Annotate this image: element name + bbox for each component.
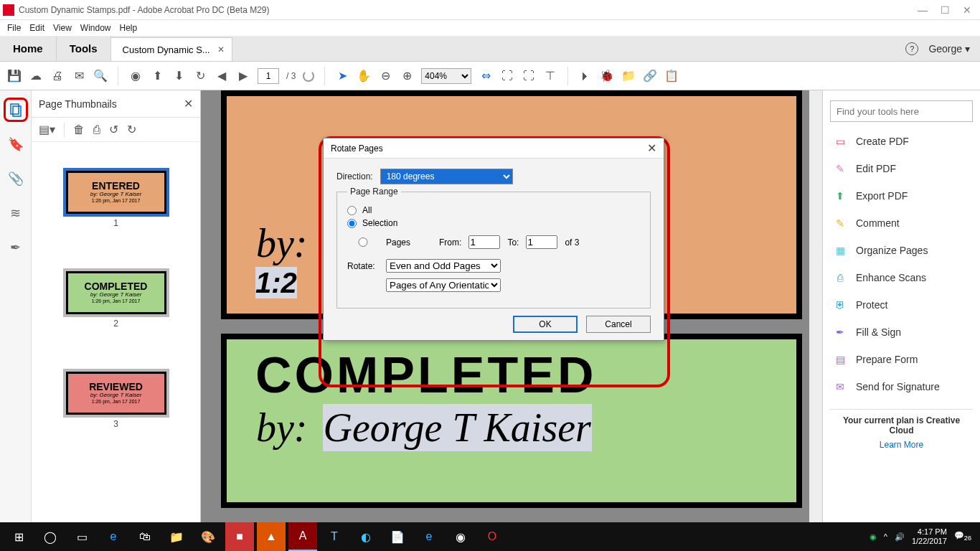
taskview-icon[interactable]: ▭ [67, 522, 96, 551]
tool-item[interactable]: ⛨Protect [830, 291, 973, 319]
rotate-orientation-select[interactable]: Pages of Any Orientation [386, 278, 501, 292]
page-nav-icon[interactable]: ◉ [128, 69, 143, 83]
clipboard-icon[interactable]: 📋 [664, 69, 679, 83]
tool-item[interactable]: ▭Create PDF [830, 128, 973, 155]
titlebar: Custom Dynamic Stamps.pdf - Adobe Acroba… [0, 0, 980, 20]
edge-icon[interactable]: e [99, 522, 128, 551]
thumb-insert-icon[interactable]: ⎙ [93, 123, 100, 136]
minimize-button[interactable]: — [918, 4, 928, 16]
menu-help[interactable]: Help [120, 23, 138, 33]
tool-item[interactable]: ✎Comment [830, 209, 973, 237]
page-down-icon[interactable]: ⬇ [171, 69, 186, 83]
user-menu[interactable]: George ▾ [928, 43, 970, 55]
app1-icon[interactable]: ■ [225, 522, 254, 551]
thumbnails-close-icon[interactable]: ✕ [184, 97, 193, 110]
thumb-delete-icon[interactable]: 🗑 [73, 123, 85, 136]
tool-item[interactable]: ✎Edit PDF [830, 155, 973, 182]
save-icon[interactable]: 💾 [7, 69, 22, 83]
menu-edit[interactable]: Edit [29, 23, 44, 33]
radio-all[interactable] [347, 206, 357, 215]
tab-home[interactable]: Home [0, 36, 57, 61]
mail-icon[interactable]: ✉ [72, 69, 86, 83]
cloud-icon[interactable]: ☁ [29, 69, 43, 83]
nav-back-icon[interactable]: ◀ [215, 69, 229, 83]
cortana-icon[interactable]: ◯ [36, 522, 65, 551]
tray-volume-icon[interactable]: 🔊 [895, 532, 905, 542]
tab-document[interactable]: Custom Dynamic S... ✕ [111, 37, 232, 61]
zoom-out-icon[interactable]: ⊖ [378, 69, 392, 83]
fullscreen-icon[interactable]: ⛶ [522, 69, 536, 83]
fit-page-icon[interactable]: ⛶ [500, 69, 514, 83]
thumb-options-icon[interactable]: ▤▾ [39, 123, 55, 136]
hand-icon[interactable]: ✋ [357, 69, 371, 83]
pointer-icon[interactable]: ➤ [335, 69, 349, 83]
ie-icon[interactable]: e [415, 522, 443, 551]
app4-icon[interactable]: ◐ [352, 522, 380, 551]
rail-signatures-icon[interactable]: ✒ [4, 235, 28, 260]
app3-icon[interactable]: T [320, 522, 349, 551]
rail-attachments-icon[interactable]: 📎 [4, 166, 28, 191]
from-input[interactable] [468, 235, 500, 249]
paint-icon[interactable]: 🎨 [194, 522, 222, 551]
thumbnail[interactable]: ENTEREDby: George T Kaiser1:26 pm, Jan 1… [66, 171, 166, 228]
direction-select[interactable]: 180 degrees [380, 169, 513, 184]
tool-item[interactable]: ▤Prepare Form [830, 346, 973, 373]
clock[interactable]: 4:17 PM 1/22/2017 [912, 527, 947, 546]
thumb-rotate-ccw-icon[interactable]: ↺ [109, 123, 118, 136]
tool-item[interactable]: ✒Fill & Sign [830, 319, 973, 346]
menu-window[interactable]: Window [80, 23, 111, 33]
thumbnail[interactable]: COMPLETEDby: George T Kaiser1:26 pm, Jan… [66, 271, 166, 329]
chrome-icon[interactable]: ◉ [446, 522, 475, 551]
thumbnail[interactable]: REVIEWEDby: George T Kaiser1:26 pm, Jan … [66, 372, 166, 429]
rail-bookmarks-icon[interactable]: 🔖 [4, 132, 28, 156]
folder-icon[interactable]: 📁 [621, 69, 636, 83]
page-rotate-icon[interactable]: ↻ [193, 69, 207, 83]
maximize-button[interactable]: ☐ [941, 4, 950, 16]
app2-icon[interactable]: ▲ [257, 522, 286, 551]
opera-icon[interactable]: O [478, 522, 507, 551]
tab-tools[interactable]: Tools [57, 36, 111, 61]
notifications-icon[interactable]: 💬26 [954, 531, 971, 542]
tools-search-input[interactable] [830, 100, 973, 122]
store-icon[interactable]: 🛍 [131, 522, 159, 551]
tool-item[interactable]: ⬆Export PDF [830, 182, 973, 209]
rail-thumbnails-icon[interactable] [4, 98, 28, 122]
bug-icon[interactable]: 🐞 [600, 69, 614, 83]
radio-selection[interactable] [347, 219, 357, 228]
radio-pages[interactable] [347, 237, 379, 247]
tool-item[interactable]: ▦Organize Pages [830, 237, 973, 264]
page-up-icon[interactable]: ⬆ [150, 69, 164, 83]
start-icon[interactable]: ⊞ [4, 522, 33, 551]
acrobat-icon[interactable]: A [288, 522, 317, 551]
tool-item[interactable]: ✉Send for Signature [830, 373, 973, 400]
rail-layers-icon[interactable]: ≋ [4, 201, 28, 225]
zoom-in-icon[interactable]: ⊕ [400, 69, 414, 83]
tray-app-icon[interactable]: ◉ [870, 532, 877, 542]
menu-view[interactable]: View [53, 23, 72, 33]
tray-up-icon[interactable]: ^ [884, 532, 887, 541]
tool-item[interactable]: ⎙Enhance Scans [830, 264, 973, 291]
cancel-button[interactable]: Cancel [586, 316, 651, 333]
menu-file[interactable]: File [7, 23, 21, 33]
rotate-parity-select[interactable]: Even and Odd Pages [386, 259, 501, 273]
fit-width-icon[interactable]: ⇔ [479, 69, 493, 83]
dialog-close-icon[interactable]: ✕ [647, 141, 656, 155]
to-input[interactable] [526, 235, 557, 249]
print-icon[interactable]: 🖨 [50, 69, 65, 83]
tab-close-icon[interactable]: ✕ [217, 44, 225, 55]
ruler-icon[interactable]: ⊤ [543, 69, 557, 83]
zoom-select[interactable]: 404% [421, 68, 471, 84]
learn-more-link[interactable]: Learn More [830, 440, 973, 450]
thumb-rotate-cw-icon[interactable]: ↻ [127, 123, 136, 136]
link-icon[interactable]: 🔗 [643, 69, 657, 83]
search-icon[interactable]: 🔍 [93, 69, 108, 83]
explorer-icon[interactable]: 📁 [162, 522, 191, 551]
tag-icon[interactable]: ⏵ [578, 69, 593, 83]
app5-icon[interactable]: 📄 [383, 522, 412, 551]
ok-button[interactable]: OK [513, 316, 578, 333]
page-number-input[interactable] [258, 68, 279, 84]
doc-scrollbar[interactable] [809, 90, 822, 522]
close-button[interactable]: ✕ [963, 4, 971, 16]
help-icon[interactable]: ? [905, 42, 918, 55]
nav-fwd-icon[interactable]: ▶ [236, 69, 250, 83]
